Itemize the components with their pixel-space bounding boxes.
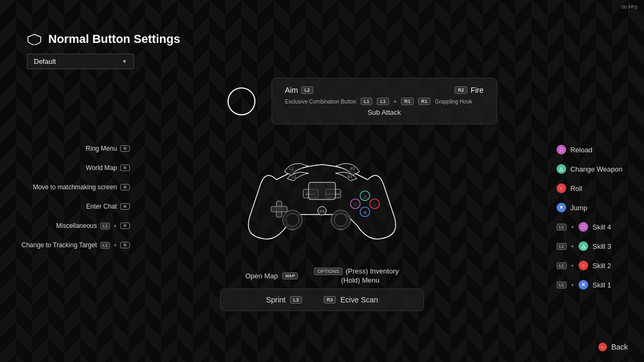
shield-icon: [27, 33, 42, 45]
fire-section: R2 Fire: [455, 86, 484, 94]
list-item: □ Reload: [557, 145, 623, 154]
list-item: ✕ Jump: [557, 203, 623, 212]
r3-badge: R3: [324, 296, 336, 304]
list-item: △ Change Weapon: [557, 164, 623, 174]
controller-diagram: L2 R2 L1 R1 SHARE OPTIONS PS: [233, 131, 411, 257]
touchpad-icon: ⊞: [120, 145, 130, 152]
svg-text:L1: L1: [292, 175, 296, 179]
list-item: ○ Roll: [557, 183, 623, 193]
touchpad-icon: ⊞: [120, 242, 130, 248]
touchpad-icon: ⊞: [120, 223, 130, 229]
header: Normal Button Settings Default ▼: [27, 32, 180, 69]
svg-text:✕: ✕: [363, 210, 367, 216]
svg-text:R2: R2: [350, 167, 355, 171]
options-badge: OPTIONS: [314, 268, 342, 275]
svg-point-25: [334, 213, 347, 226]
list-item: Change to Tracking Target L1 + ⊞: [21, 241, 130, 249]
exclusive-row: Exclusive Combination Button L1 L1 + R1 …: [285, 98, 484, 105]
circle-icon: ○: [557, 183, 566, 193]
back-button[interactable]: ○ Back: [598, 343, 628, 351]
fire-button-badge: R2: [455, 86, 467, 94]
aim-fire-panel: Aim L2 R2 Fire Exclusive Combination But…: [272, 78, 497, 124]
scan-item: R3 Ecive Scan: [324, 295, 378, 304]
circle-icon: ○: [598, 343, 607, 351]
square-icon: □: [579, 222, 588, 232]
top-controls-area: Aim L2 R2 Fire Exclusive Combination But…: [107, 78, 617, 124]
l1-badge: L1: [557, 224, 567, 231]
combo-l1-badge: L1: [377, 98, 389, 105]
page-title: Normal Button Settings: [27, 32, 180, 46]
circle-button-indicator: [228, 87, 255, 115]
svg-text:○: ○: [373, 202, 376, 208]
map-button-badge: MAP: [282, 272, 298, 279]
svg-text:L2: L2: [289, 167, 294, 171]
fps-counter: 00 FPS: [621, 4, 638, 10]
list-item: World Map ⊞: [21, 164, 130, 172]
list-item: Miscellaneous L1 + ⊞: [21, 222, 130, 230]
exclusive-badge: L1: [361, 98, 373, 105]
l1-badge: L1: [557, 243, 567, 250]
aim-button-badge: L2: [301, 86, 313, 94]
sprint-item: Sprint L3: [266, 295, 302, 304]
svg-rect-12: [271, 206, 287, 212]
sub-attack-label: Sub Attack: [285, 108, 484, 116]
svg-text:R1: R1: [348, 175, 353, 179]
svg-text:□: □: [354, 202, 357, 207]
svg-text:△: △: [363, 194, 367, 199]
list-item: L1 + □ Skill 4: [557, 222, 623, 232]
aim-section: Aim L2: [285, 86, 313, 94]
svg-text:R3: R3: [339, 228, 343, 231]
touchpad-icon: ⊞: [120, 184, 130, 190]
cross-icon: ✕: [557, 203, 566, 212]
preset-dropdown[interactable]: Default ▼: [27, 54, 134, 69]
svg-text:L3: L3: [291, 228, 295, 231]
l1-badge: L1: [100, 242, 111, 249]
combo-r1-badge: R1: [401, 98, 414, 105]
list-item: L1 + △ Skill 3: [557, 241, 623, 251]
touchpad-icon: ⊞: [120, 203, 130, 210]
list-item: Ring Menu ⊞: [21, 145, 130, 152]
list-item: Move to matchmaking screen ⊞: [21, 183, 130, 191]
l1-badge: L1: [100, 223, 111, 230]
chevron-down-icon: ▼: [122, 58, 127, 64]
left-panel: Ring Menu ⊞ World Map ⊞ Move to matchmak…: [21, 145, 130, 261]
grappling-button-badge: R1: [418, 98, 431, 105]
svg-text:PS: PS: [319, 210, 325, 213]
touchpad-icon: ⊞: [120, 165, 130, 171]
svg-point-22: [286, 213, 299, 226]
open-map-row: Open Map MAP OPTIONS (Press) Inventory (…: [245, 267, 399, 284]
square-icon: □: [557, 145, 566, 154]
triangle-icon: △: [557, 164, 566, 174]
l3-badge: L3: [290, 296, 302, 304]
svg-rect-8: [309, 182, 335, 200]
triangle-icon: △: [579, 241, 588, 251]
list-item: Enter Chat ⊞: [21, 203, 130, 210]
bottom-controls: Open Map MAP OPTIONS (Press) Inventory (…: [0, 267, 644, 311]
sprint-panel: Sprint L3 R3 Ecive Scan: [220, 289, 424, 311]
